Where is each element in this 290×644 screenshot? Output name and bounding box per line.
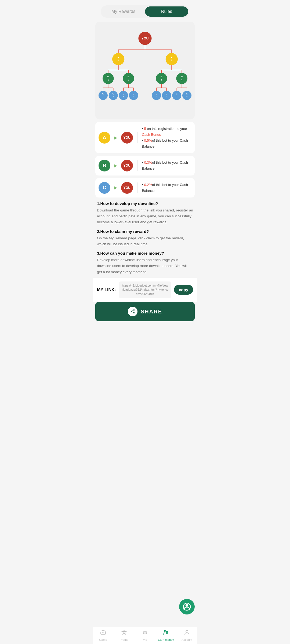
- reward-text-a: • 5 on this registration to your Cash Bo…: [142, 126, 191, 149]
- svg-text:B: B: [181, 75, 183, 78]
- svg-text:C: C: [166, 92, 167, 95]
- you-circle-c: YOU: [121, 182, 133, 194]
- reward-text-c: • 0.2%of this bet to your Cash Balance: [142, 182, 191, 194]
- arrow-icon-c: ►: [113, 185, 118, 191]
- faq-a-3: Develop more downline users and encourag…: [97, 257, 193, 275]
- faq-q-3: 3.How can you make more money?: [97, 251, 193, 255]
- reward-row-b: B ► YOU • 0.3%of this bet to your Cash B…: [95, 156, 195, 175]
- my-link-label: MY LINK:: [97, 287, 116, 292]
- svg-text:2: 2: [171, 59, 172, 62]
- level-c-circle: C: [99, 182, 110, 194]
- svg-text:A: A: [117, 56, 119, 59]
- svg-text:3: 3: [123, 95, 124, 98]
- reward-text-b: • 0.3%of this bet to your Cash Balance: [142, 160, 191, 171]
- svg-text:2: 2: [128, 78, 129, 81]
- top-tabs-container: My Rewards Rules: [101, 5, 189, 18]
- share-icon: [128, 307, 137, 316]
- svg-text:C: C: [123, 92, 124, 95]
- svg-text:B: B: [107, 75, 109, 78]
- svg-text:5: 5: [156, 95, 157, 98]
- svg-text:B: B: [128, 75, 129, 78]
- svg-text:8: 8: [186, 95, 187, 98]
- svg-text:3: 3: [161, 78, 162, 81]
- reward-section: A ► YOU • 5 on this registration to your…: [95, 122, 195, 197]
- faq-q-1: 1.How to develop my downline?: [97, 201, 193, 206]
- svg-text:C: C: [155, 92, 157, 95]
- tab-rules[interactable]: Rules: [145, 6, 188, 17]
- level-a-circle: A: [99, 132, 110, 144]
- divider-b: [137, 160, 138, 171]
- copy-button[interactable]: copy: [174, 285, 193, 295]
- level-b-circle: B: [99, 160, 110, 171]
- reward-row-a: A ► YOU • 5 on this registration to your…: [95, 122, 195, 153]
- svg-text:1: 1: [118, 59, 119, 62]
- reward-row-c: C ► YOU • 0.2%of this bet to your Cash B…: [95, 178, 195, 197]
- svg-text:1: 1: [107, 78, 109, 81]
- divider-c: [137, 182, 138, 193]
- you-circle-b: YOU: [121, 160, 133, 171]
- svg-text:7: 7: [176, 95, 177, 98]
- svg-text:YOU: YOU: [142, 36, 149, 40]
- svg-text:C: C: [176, 92, 177, 95]
- svg-text:C: C: [102, 92, 104, 95]
- svg-text:4: 4: [133, 95, 134, 98]
- my-link-section: MY LINK: https://h5.icloudbet.com/myfile…: [93, 278, 197, 302]
- divider-a: [137, 132, 138, 143]
- svg-text:C: C: [186, 92, 188, 95]
- svg-text:4: 4: [181, 78, 183, 81]
- my-link-url[interactable]: https://h5.icloudbet.com/myfile/download…: [119, 281, 171, 298]
- svg-text:C: C: [113, 92, 114, 95]
- svg-text:6: 6: [166, 95, 167, 98]
- faq-section: 1.How to develop my downline? Download t…: [97, 201, 193, 275]
- faq-q-2: 2.How to claim my reward?: [97, 229, 193, 234]
- svg-text:1: 1: [103, 95, 104, 98]
- share-button-label: SHARE: [141, 309, 162, 315]
- faq-a-1: Download the game through the link you s…: [97, 207, 193, 225]
- you-circle-a: YOU: [121, 132, 133, 144]
- svg-text:B: B: [161, 75, 162, 78]
- faq-a-2: On the My Reward page, click claim to ge…: [97, 235, 193, 247]
- tab-my-rewards[interactable]: My Rewards: [102, 6, 145, 17]
- share-button[interactable]: SHARE: [95, 302, 195, 321]
- tree-diagram: YOU A 1 A 2: [95, 22, 195, 119]
- arrow-icon-b: ►: [113, 163, 118, 169]
- arrow-icon-a: ►: [113, 135, 118, 141]
- svg-text:C: C: [133, 92, 134, 95]
- svg-text:2: 2: [113, 95, 114, 98]
- svg-text:A: A: [171, 56, 173, 59]
